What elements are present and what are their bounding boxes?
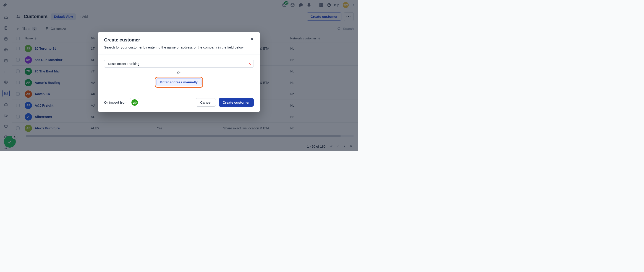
close-icon[interactable]: ✕ xyxy=(249,36,255,42)
quickbooks-import-button[interactable]: qb xyxy=(130,98,139,107)
import-from: Or import from qb xyxy=(104,98,139,107)
quickbooks-icon: qb xyxy=(132,99,138,106)
clear-icon[interactable]: ✕ xyxy=(248,62,251,66)
enter-address-manually-button[interactable]: Enter address manually xyxy=(156,78,202,86)
modal-subtitle: Search for your customer by entering the… xyxy=(104,45,246,50)
highlight-ring: Enter address manually xyxy=(155,77,203,88)
customer-search-input[interactable]: RoseRocket Trucking ✕ xyxy=(104,60,254,68)
modal-overlay[interactable]: Create customer Search for your customer… xyxy=(0,0,358,151)
or-label: Or xyxy=(177,71,181,75)
create-customer-modal: Create customer Search for your customer… xyxy=(98,32,260,112)
create-customer-submit-button[interactable]: Create customer xyxy=(218,98,254,107)
modal-title: Create customer xyxy=(104,37,254,43)
cancel-button[interactable]: Cancel xyxy=(196,98,216,107)
search-value: RoseRocket Trucking xyxy=(108,62,248,66)
